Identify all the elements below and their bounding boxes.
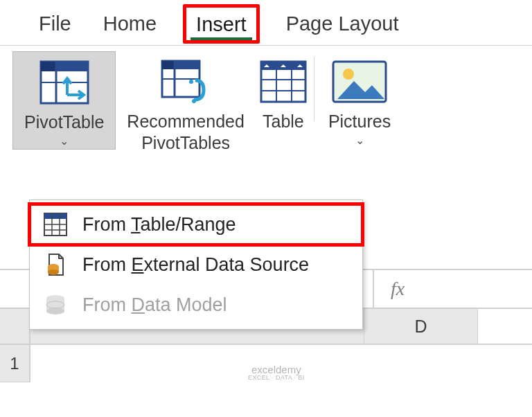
table-label: Table bbox=[263, 111, 304, 132]
pivottable-icon bbox=[39, 55, 89, 110]
chevron-down-icon: ⌄ bbox=[60, 134, 69, 148]
fx-button-zone[interactable]: fx bbox=[373, 270, 518, 308]
recommended-pivottables-button[interactable]: Recommended PivotTables bbox=[123, 51, 249, 156]
pivottable-button[interactable]: PivotTable ⌄ bbox=[12, 51, 116, 150]
pictures-button[interactable]: Pictures ⌄ bbox=[324, 51, 395, 148]
ribbon-group-tables: PivotTable ⌄ Recommended PivotTable bbox=[0, 51, 311, 156]
select-all-corner[interactable] bbox=[0, 309, 30, 344]
menu-label: From Data Model bbox=[82, 294, 227, 316]
recommended-label: Recommended PivotTables bbox=[127, 111, 245, 154]
pivottable-dropdown-menu: From Table/Range From External Data Sour… bbox=[29, 199, 363, 330]
svg-rect-2 bbox=[41, 62, 56, 71]
col-header-d[interactable]: D bbox=[364, 309, 478, 344]
tab-insert[interactable]: Insert bbox=[190, 9, 252, 40]
ribbon: PivotTable ⌄ Recommended PivotTable bbox=[0, 45, 532, 159]
tab-file[interactable]: File bbox=[33, 8, 77, 39]
pictures-label: Pictures bbox=[328, 111, 391, 132]
chevron-down-icon: ⌄ bbox=[355, 134, 364, 147]
menu-from-table-range[interactable]: From Table/Range bbox=[30, 204, 362, 245]
svg-point-22 bbox=[343, 69, 354, 80]
data-model-icon bbox=[44, 293, 67, 317]
pictures-icon bbox=[332, 54, 387, 109]
menu-from-external-data-source[interactable]: From External Data Source bbox=[30, 245, 362, 285]
svg-rect-25 bbox=[44, 213, 66, 219]
svg-rect-7 bbox=[162, 61, 175, 69]
table-range-icon bbox=[44, 213, 67, 236]
recommended-pivottables-icon bbox=[161, 54, 211, 109]
svg-point-32 bbox=[48, 269, 59, 275]
menu-label: From External Data Source bbox=[82, 254, 309, 276]
tab-page-layout[interactable]: Page Layout bbox=[281, 8, 405, 39]
tab-home[interactable]: Home bbox=[98, 8, 162, 39]
row-header-1[interactable]: 1 bbox=[0, 345, 30, 382]
fx-icon: fx bbox=[391, 278, 405, 300]
table-button[interactable]: Table bbox=[256, 51, 311, 154]
svg-point-11 bbox=[189, 80, 193, 84]
svg-point-10 bbox=[192, 99, 196, 103]
highlight-tab-insert: Insert bbox=[183, 4, 260, 44]
ribbon-tabs: File Home Insert Page Layout bbox=[0, 0, 532, 45]
menu-label: From Table/Range bbox=[82, 214, 236, 236]
row-area: 1 bbox=[0, 345, 532, 417]
watermark: exceldemy EXCEL · DATA · BI bbox=[248, 364, 305, 381]
external-data-icon bbox=[44, 253, 67, 276]
menu-from-data-model: From Data Model bbox=[30, 285, 362, 325]
ribbon-group-illustrations: Pictures ⌄ bbox=[317, 51, 395, 148]
pivottable-label: PivotTable bbox=[24, 112, 104, 133]
table-icon bbox=[260, 54, 307, 109]
